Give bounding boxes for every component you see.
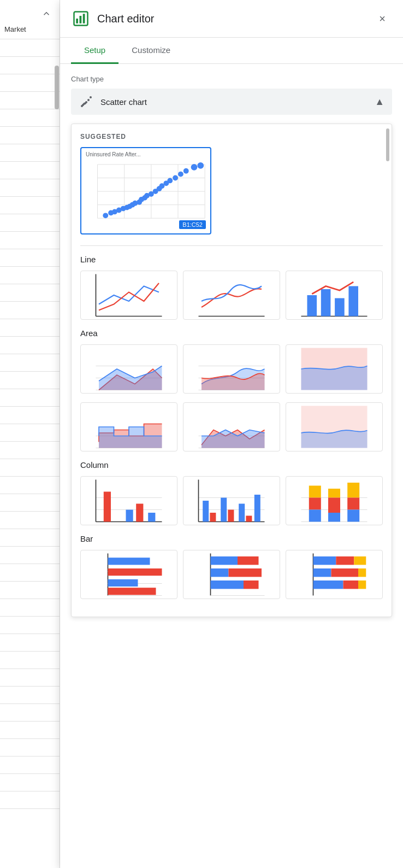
divider	[80, 245, 383, 246]
svg-rect-3	[83, 14, 85, 24]
svg-rect-100	[347, 498, 359, 510]
svg-rect-2	[80, 16, 82, 24]
suggested-scatter-svg	[81, 159, 210, 230]
svg-point-41	[178, 172, 183, 177]
spreadsheet-cell	[0, 791, 60, 809]
svg-rect-1	[76, 19, 78, 24]
chart-type-value: Scatter chart	[100, 97, 368, 107]
dropdown-arrow-icon: ▲	[375, 96, 384, 108]
svg-rect-107	[108, 568, 162, 576]
svg-rect-97	[328, 498, 340, 513]
spreadsheet-cell	[0, 179, 60, 197]
area-chart-grid-2	[80, 402, 383, 451]
area-chart-step-smooth[interactable]	[183, 402, 280, 451]
column-chart-grid	[80, 476, 383, 525]
svg-rect-75	[104, 492, 111, 522]
spreadsheet-cell	[0, 319, 60, 337]
spreadsheet-cell	[0, 57, 60, 74]
spreadsheet-cell	[0, 459, 60, 477]
editor-header: Chart editor ×	[60, 0, 403, 38]
svg-point-40	[173, 175, 178, 181]
spreadsheet-cell	[0, 249, 60, 267]
spreadsheet-cell	[0, 652, 60, 669]
spreadsheet-cell	[0, 634, 60, 652]
area-chart-grid-1	[80, 344, 383, 394]
svg-point-42	[183, 168, 189, 174]
chart-type-dropdown-panel: SUGGESTED Uninsured Rate After...	[71, 124, 392, 617]
spreadsheet-cell	[0, 722, 60, 739]
svg-point-43	[191, 164, 198, 171]
svg-rect-89	[254, 495, 260, 522]
spreadsheet-cell	[0, 756, 60, 774]
line-chart-basic[interactable]	[80, 271, 177, 320]
bar-chart-full-stacked[interactable]	[286, 550, 383, 599]
spreadsheet-cell	[0, 267, 60, 284]
line-chart-smooth[interactable]	[183, 271, 280, 320]
spreadsheet-cell	[0, 284, 60, 302]
column-chart-grouped[interactable]	[183, 476, 280, 525]
svg-rect-83	[203, 501, 209, 522]
line-chart-combo[interactable]	[286, 271, 383, 320]
tab-setup[interactable]: Setup	[71, 38, 118, 64]
svg-rect-52	[348, 286, 358, 316]
spreadsheet-cell	[0, 669, 60, 687]
spreadsheet-cell	[0, 442, 60, 459]
svg-point-44	[197, 162, 204, 169]
panel-scrollbar[interactable]	[386, 128, 389, 161]
svg-rect-93	[309, 486, 321, 498]
area-chart-wide[interactable]	[286, 402, 383, 451]
bar-chart-grid	[80, 550, 383, 599]
svg-rect-84	[210, 513, 216, 522]
suggested-chart-thumbnail[interactable]: Uninsured Rate After...	[80, 147, 211, 234]
svg-rect-87	[239, 504, 245, 522]
spreadsheet-cell	[0, 704, 60, 722]
area-chart-stacked[interactable]	[286, 344, 383, 394]
chart-type-dropdown[interactable]: Scatter chart ▲	[71, 89, 392, 115]
svg-rect-115	[229, 568, 262, 577]
tab-bar: Setup Customize	[60, 38, 403, 64]
spreadsheet-cell	[0, 494, 60, 512]
spreadsheet-cell	[0, 529, 60, 547]
svg-rect-119	[313, 556, 336, 565]
spreadsheet-cell	[0, 127, 60, 144]
svg-rect-125	[313, 580, 343, 589]
category-label-bar: Bar	[80, 534, 383, 543]
category-label-area: Area	[80, 329, 383, 338]
tab-customize[interactable]: Customize	[118, 38, 183, 64]
chart-editor-icon	[71, 9, 91, 28]
bar-chart-stacked[interactable]	[183, 550, 280, 599]
spreadsheet-cell	[0, 109, 60, 127]
editor-title: Chart editor	[97, 13, 366, 25]
spreadsheet-cell	[0, 407, 60, 424]
spreadsheet-cell	[0, 214, 60, 232]
spreadsheet-cell	[0, 197, 60, 214]
svg-rect-108	[108, 579, 138, 587]
spreadsheet-cell	[0, 582, 60, 599]
svg-rect-122	[313, 568, 331, 577]
spreadsheet-cell	[0, 617, 60, 634]
area-chart-step[interactable]	[80, 402, 177, 451]
spreadsheet-cell	[0, 739, 60, 756]
area-chart-smooth[interactable]	[183, 344, 280, 394]
svg-point-21	[103, 213, 108, 218]
category-label-column: Column	[80, 460, 383, 470]
svg-rect-85	[221, 498, 227, 522]
svg-rect-49	[307, 295, 317, 316]
range-badge: B1:C52	[179, 220, 206, 229]
spreadsheet-cell	[0, 687, 60, 704]
svg-rect-96	[328, 489, 340, 498]
chart-type-label: Chart type	[71, 75, 392, 83]
column-chart-stacked[interactable]	[286, 476, 383, 525]
vertical-scrollbar[interactable]	[55, 66, 59, 109]
collapse-chevron[interactable]	[38, 5, 55, 22]
spreadsheet-cell	[0, 232, 60, 249]
spreadsheet-cell	[0, 162, 60, 179]
scatter-chart-icon	[79, 94, 94, 109]
spreadsheet-cell	[0, 477, 60, 494]
spreadsheet-cell	[0, 512, 60, 529]
bar-chart-basic[interactable]	[80, 550, 177, 599]
column-chart-basic[interactable]	[80, 476, 177, 525]
close-button[interactable]: ×	[372, 9, 392, 28]
svg-rect-95	[309, 510, 321, 522]
area-chart-basic[interactable]	[80, 344, 177, 394]
